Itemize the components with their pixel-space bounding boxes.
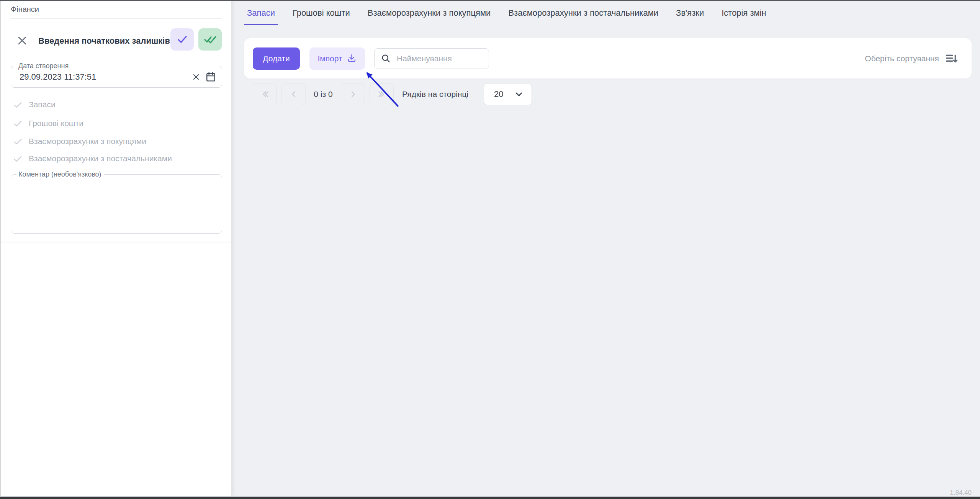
close-panel-button[interactable] xyxy=(16,35,28,46)
search-icon xyxy=(381,53,391,64)
search-input[interactable] xyxy=(397,54,483,63)
creation-date-input[interactable] xyxy=(20,72,191,82)
next-page-button[interactable] xyxy=(341,83,365,105)
checklist-item-label: Взаєморозрахунки з покупцями xyxy=(29,137,146,146)
check-icon xyxy=(13,100,23,110)
creation-date-label: Дата створення xyxy=(16,62,71,70)
page-range-text: 0 із 0 xyxy=(310,90,336,99)
confirm-button[interactable] xyxy=(170,28,194,51)
divider xyxy=(1,242,232,242)
check-icon xyxy=(13,119,23,128)
toolbar-card: Додати Імпорт xyxy=(244,38,972,79)
double-chevron-right-icon xyxy=(376,89,387,100)
add-button[interactable]: Додати xyxy=(253,47,300,70)
checklist-item-suppliers: Взаєморозрахунки з постачальниками xyxy=(13,153,172,164)
comment-input[interactable] xyxy=(11,175,222,233)
tab-bar: Запаси Грошові кошти Взаєморозрахунки з … xyxy=(244,0,781,26)
import-button[interactable]: Імпорт xyxy=(309,47,365,70)
chevron-right-icon xyxy=(348,89,358,100)
check-icon xyxy=(13,137,23,146)
calendar-icon xyxy=(205,71,216,82)
main-content: Запаси Грошові кошти Взаєморозрахунки з … xyxy=(231,0,980,499)
date-field-icons xyxy=(191,71,216,82)
divider xyxy=(10,18,222,19)
window-top-edge xyxy=(0,0,980,1)
app-root: Фінанси Введення початкових залишків xyxy=(0,0,980,499)
rows-per-page-value: 20 xyxy=(494,89,503,99)
comment-field: Коментар (необов'язково) xyxy=(11,174,222,234)
double-check-icon xyxy=(204,33,217,46)
chevron-down-icon xyxy=(513,88,525,100)
chevron-left-icon xyxy=(288,89,299,100)
checklist-item-customers: Взаєморозрахунки з покупцями xyxy=(13,136,146,147)
check-icon xyxy=(13,154,23,164)
confirm-all-button[interactable] xyxy=(198,28,222,51)
sort-label: Оберіть сортування xyxy=(865,54,939,63)
prev-page-button[interactable] xyxy=(281,83,306,105)
sidebar-section-title: Фінанси xyxy=(11,5,39,14)
checklist-item-cash: Грошові кошти xyxy=(13,118,83,129)
tab-rozrakhunky-pokuptsi[interactable]: Взаєморозрахунки з покупцями xyxy=(365,0,494,26)
clear-icon xyxy=(191,72,201,82)
checklist-item-inventory: Запаси xyxy=(13,99,56,110)
checklist-item-label: Грошові кошти xyxy=(29,119,83,128)
download-icon xyxy=(347,53,357,64)
double-chevron-left-icon xyxy=(260,89,270,100)
tab-zviazky[interactable]: Зв'язки xyxy=(673,0,707,26)
import-button-label: Імпорт xyxy=(317,54,342,63)
rows-per-page-select[interactable]: 20 xyxy=(484,83,532,105)
panel-title: Введення початкових залишків xyxy=(38,36,170,46)
tab-zapasy[interactable]: Запаси xyxy=(244,0,278,26)
sort-icon xyxy=(945,52,959,65)
comment-label: Коментар (необов'язково) xyxy=(16,170,104,178)
check-icon xyxy=(176,33,188,46)
taskbar-edge xyxy=(0,497,980,499)
tab-rozrakhunky-postachalnyky[interactable]: Взаєморозрахунки з постачальниками xyxy=(505,0,661,26)
close-icon xyxy=(16,35,28,46)
pagination-bar: 0 із 0 Рядків на сторінці 20 xyxy=(253,83,532,105)
tab-hroshovi-koshty[interactable]: Грошові кошти xyxy=(290,0,353,26)
sidebar-panel: Фінанси Введення початкових залишків xyxy=(0,0,231,496)
search-box xyxy=(374,48,489,69)
checklist-item-label: Взаєморозрахунки з постачальниками xyxy=(29,154,172,163)
rows-per-page-label: Рядків на сторінці xyxy=(402,90,468,99)
sort-control[interactable]: Оберіть сортування xyxy=(865,52,959,65)
app-version: 1.84.40 xyxy=(950,489,972,497)
clear-date-button[interactable] xyxy=(191,72,201,82)
tab-istoriia-zmin[interactable]: Історія змін xyxy=(718,0,769,26)
calendar-picker-button[interactable] xyxy=(205,71,216,82)
checklist-item-label: Запаси xyxy=(29,100,56,109)
last-page-button[interactable] xyxy=(370,83,394,105)
first-page-button[interactable] xyxy=(253,83,277,105)
creation-date-field: Дата створення xyxy=(11,66,222,88)
